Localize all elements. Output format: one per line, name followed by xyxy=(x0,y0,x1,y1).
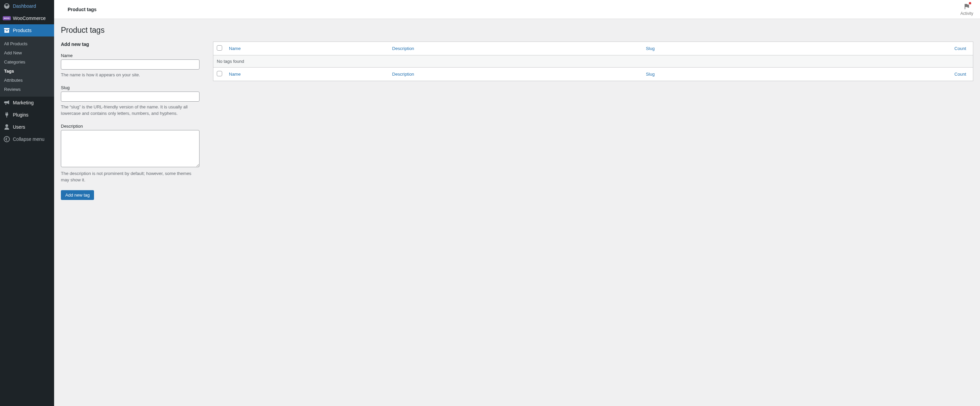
plug-icon xyxy=(3,111,10,118)
megaphone-icon xyxy=(3,99,10,106)
col-footer-description[interactable]: Description xyxy=(389,68,643,81)
page-heading: Product tags xyxy=(61,26,973,35)
sidebar-item-collapse[interactable]: Collapse menu xyxy=(0,133,54,145)
add-tag-form: Add new tag Name The name is how it appe… xyxy=(61,41,199,200)
collapse-icon xyxy=(3,136,10,143)
submenu-reviews[interactable]: Reviews xyxy=(0,85,54,94)
col-footer-count[interactable]: Count xyxy=(780,68,973,81)
select-all-checkbox-bottom[interactable] xyxy=(217,71,222,76)
description-textarea[interactable] xyxy=(61,130,199,167)
sidebar-submenu-products: All Products Add New Categories Tags Att… xyxy=(0,36,54,97)
admin-sidebar: Dashboard woo WooCommerce Products All P… xyxy=(0,0,54,406)
sidebar-label-users: Users xyxy=(13,124,25,130)
tags-list: Name Description Slug Count No tags foun… xyxy=(213,41,973,81)
user-icon xyxy=(3,124,10,130)
sidebar-item-users[interactable]: Users xyxy=(0,121,54,133)
sidebar-label-woocommerce: WooCommerce xyxy=(13,15,46,21)
submenu-all-products[interactable]: All Products xyxy=(0,39,54,48)
col-footer-name[interactable]: Name xyxy=(226,68,389,81)
notification-dot xyxy=(969,2,971,5)
submenu-attributes[interactable]: Attributes xyxy=(0,76,54,85)
sidebar-item-woocommerce[interactable]: woo WooCommerce xyxy=(0,12,54,24)
col-header-description[interactable]: Description xyxy=(389,42,643,55)
name-help: The name is how it appears on your site. xyxy=(61,71,199,78)
woocommerce-icon: woo xyxy=(3,15,10,22)
select-all-checkbox-top[interactable] xyxy=(217,45,222,51)
submenu-tags[interactable]: Tags xyxy=(0,67,54,76)
slug-help: The “slug” is the URL-friendly version o… xyxy=(61,104,199,117)
name-label: Name xyxy=(61,53,199,58)
sidebar-item-marketing[interactable]: Marketing xyxy=(0,97,54,109)
topbar-title: Product tags xyxy=(61,7,97,12)
col-header-name[interactable]: Name xyxy=(226,42,389,55)
tags-table: Name Description Slug Count No tags foun… xyxy=(213,41,973,81)
sidebar-label-dashboard: Dashboard xyxy=(13,3,36,9)
flag-icon xyxy=(963,3,970,11)
col-header-count[interactable]: Count xyxy=(780,42,973,55)
sidebar-item-products[interactable]: Products xyxy=(0,24,54,36)
sidebar-label-products: Products xyxy=(13,27,32,33)
table-empty-message: No tags found xyxy=(213,55,973,68)
dashboard-icon xyxy=(3,3,10,10)
form-section-title: Add new tag xyxy=(61,41,199,47)
col-footer-slug[interactable]: Slug xyxy=(643,68,780,81)
main-area: Product tags Activity Product tags Add n… xyxy=(54,0,980,406)
slug-label: Slug xyxy=(61,85,199,90)
add-new-tag-button[interactable]: Add new tag xyxy=(61,190,94,200)
description-help: The description is not prominent by defa… xyxy=(61,170,199,183)
table-empty-row: No tags found xyxy=(213,55,973,68)
description-label: Description xyxy=(61,124,199,129)
submenu-add-new[interactable]: Add New xyxy=(0,48,54,57)
sidebar-label-plugins: Plugins xyxy=(13,112,29,118)
top-bar: Product tags Activity xyxy=(54,0,980,19)
sidebar-label-collapse: Collapse menu xyxy=(13,136,44,142)
slug-input[interactable] xyxy=(61,92,199,102)
sidebar-item-plugins[interactable]: Plugins xyxy=(0,109,54,121)
sidebar-item-dashboard[interactable]: Dashboard xyxy=(0,0,54,12)
activity-label: Activity xyxy=(960,11,973,16)
archive-icon xyxy=(3,27,10,34)
col-header-slug[interactable]: Slug xyxy=(643,42,780,55)
svg-point-0 xyxy=(4,136,10,142)
name-input[interactable] xyxy=(61,59,199,70)
submenu-categories[interactable]: Categories xyxy=(0,57,54,67)
page-content: Product tags Add new tag Name The name i… xyxy=(54,19,980,214)
sidebar-label-marketing: Marketing xyxy=(13,100,33,106)
activity-button[interactable]: Activity xyxy=(960,3,973,16)
